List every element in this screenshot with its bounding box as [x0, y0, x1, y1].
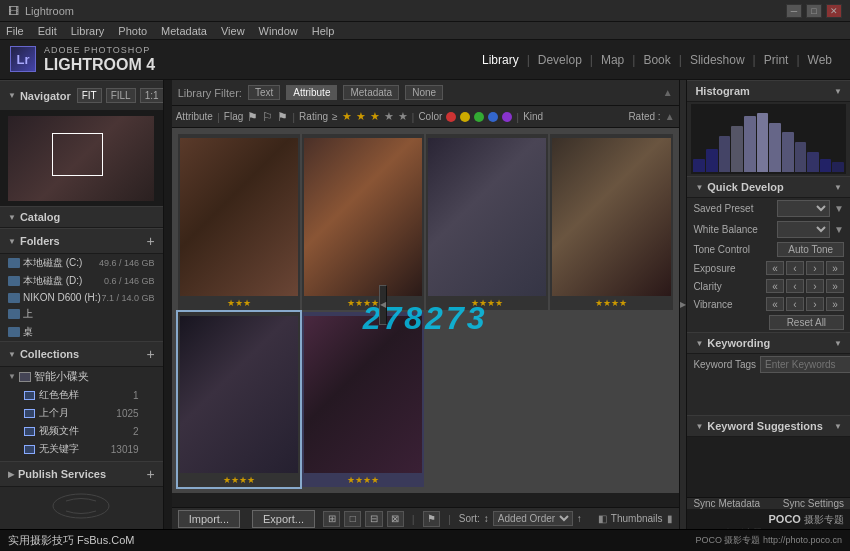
exposure-dbl-dec-btn[interactable]: «: [766, 261, 784, 275]
exposure-dbl-inc-btn[interactable]: »: [826, 261, 844, 275]
nav-fit-btn[interactable]: FIT: [77, 88, 102, 103]
filter-none-btn[interactable]: None: [405, 85, 443, 100]
photo-cell[interactable]: ★★★★: [178, 312, 300, 488]
attr-star4[interactable]: ★: [384, 110, 394, 123]
right-panel-toggle[interactable]: ▶: [679, 80, 687, 529]
vibrance-dbl-dec-btn[interactable]: «: [766, 297, 784, 311]
keyword-input[interactable]: [760, 356, 850, 373]
publish-services-header[interactable]: ▶ Publish Services +: [0, 461, 163, 487]
attr-flag-flagged[interactable]: ⚐: [262, 110, 273, 124]
folder-item[interactable]: 上: [0, 305, 163, 323]
module-print[interactable]: Print: [756, 53, 797, 67]
keyword-suggestions-header[interactable]: ▼ Keyword Suggestions ▼: [687, 415, 850, 437]
flag-button[interactable]: ⚑: [423, 511, 440, 527]
sync-settings-btn[interactable]: Sync Settings: [783, 498, 844, 509]
attr-star3[interactable]: ★: [370, 110, 380, 123]
nav-fill-btn[interactable]: FILL: [106, 88, 136, 103]
loupe-view-button[interactable]: □: [344, 511, 361, 527]
export-button[interactable]: Export...: [252, 510, 315, 528]
histogram-header[interactable]: Histogram ▼: [687, 80, 850, 102]
color-blue[interactable]: [488, 112, 498, 122]
color-green[interactable]: [474, 112, 484, 122]
survey-view-button[interactable]: ⊠: [387, 511, 404, 527]
thumb-large-icon[interactable]: ▮: [667, 513, 673, 524]
keywording-header[interactable]: ▼ Keywording ▼: [687, 332, 850, 354]
menu-view[interactable]: View: [221, 25, 245, 37]
exposure-dec-btn[interactable]: ‹: [786, 261, 804, 275]
filter-text-btn[interactable]: Text: [248, 85, 280, 100]
photo-cell[interactable]: ★★★★: [550, 134, 672, 310]
photo-cell[interactable]: ★★★★: [426, 134, 548, 310]
saved-preset-select[interactable]: [777, 200, 830, 217]
filter-metadata-btn[interactable]: Metadata: [343, 85, 399, 100]
clarity-dbl-inc-btn[interactable]: »: [826, 279, 844, 293]
menu-edit[interactable]: Edit: [38, 25, 57, 37]
photo-cell[interactable]: ★★★★: [302, 134, 424, 310]
quick-develop-header[interactable]: ▼ Quick Develop ▼: [687, 176, 850, 198]
module-develop[interactable]: Develop: [530, 53, 590, 67]
clarity-inc-btn[interactable]: ›: [806, 279, 824, 293]
menu-metadata[interactable]: Metadata: [161, 25, 207, 37]
folders-header[interactable]: ▼ Folders +: [0, 228, 163, 254]
sync-metadata-btn[interactable]: Sync Metadata: [693, 498, 760, 509]
minimize-button[interactable]: ─: [786, 4, 802, 18]
module-map[interactable]: Map: [593, 53, 632, 67]
folders-add-button[interactable]: +: [146, 233, 154, 249]
menu-window[interactable]: Window: [259, 25, 298, 37]
module-library[interactable]: Library: [474, 53, 527, 67]
module-slideshow[interactable]: Slideshow: [682, 53, 753, 67]
collection-item[interactable]: 无关键字 13019: [0, 440, 163, 458]
collection-item[interactable]: 视频文件 2: [0, 422, 163, 440]
thumb-small-icon[interactable]: ◧: [598, 513, 607, 524]
vibrance-dbl-inc-btn[interactable]: »: [826, 297, 844, 311]
photo-cell[interactable]: ★★★★: [302, 312, 424, 488]
attr-flag-all[interactable]: ⚑: [247, 110, 258, 124]
menu-photo[interactable]: Photo: [118, 25, 147, 37]
vibrance-inc-btn[interactable]: ›: [806, 297, 824, 311]
color-purple[interactable]: [502, 112, 512, 122]
nav-1to1-btn[interactable]: 1:1: [140, 88, 164, 103]
folder-item[interactable]: 桌: [0, 323, 163, 341]
maximize-button[interactable]: □: [806, 4, 822, 18]
clarity-dec-btn[interactable]: ‹: [786, 279, 804, 293]
collection-group[interactable]: ▼ 智能小碟夹: [0, 367, 163, 386]
sort-asc-icon[interactable]: ↑: [577, 513, 582, 524]
filter-attribute-btn[interactable]: Attribute: [286, 85, 337, 100]
sort-direction-icon[interactable]: ↕: [484, 513, 489, 524]
left-panel-toggle[interactable]: ◀: [379, 285, 387, 325]
auto-tone-button[interactable]: Auto Tone: [777, 242, 844, 257]
navigator-header[interactable]: ▼ Navigator FIT FILL 1:1 1:4: [0, 80, 163, 111]
attr-star5[interactable]: ★: [398, 110, 408, 123]
clarity-dbl-dec-btn[interactable]: «: [766, 279, 784, 293]
close-button[interactable]: ✕: [826, 4, 842, 18]
folder-item[interactable]: 本地磁盘 (D:) 0.6 / 146 GB: [0, 272, 163, 290]
photo-grid[interactable]: ★★★ ★★★★ ★★★★ ★★★★: [172, 128, 679, 493]
exposure-inc-btn[interactable]: ›: [806, 261, 824, 275]
publish-add-button[interactable]: +: [146, 466, 154, 482]
catalog-header[interactable]: ▼ Catalog: [0, 206, 163, 228]
navigator-preview[interactable]: [0, 111, 163, 206]
sort-select[interactable]: Added Order: [493, 511, 573, 526]
menu-library[interactable]: Library: [71, 25, 105, 37]
attr-flag-rejected[interactable]: ⚑: [277, 110, 288, 124]
collection-item[interactable]: 上个月 1025: [0, 404, 163, 422]
collection-item[interactable]: 红色色样 1: [0, 386, 163, 404]
attr-star2[interactable]: ★: [356, 110, 366, 123]
grid-view-button[interactable]: ⊞: [323, 511, 340, 527]
white-balance-select[interactable]: [777, 221, 830, 238]
color-yellow[interactable]: [460, 112, 470, 122]
menu-help[interactable]: Help: [312, 25, 335, 37]
import-button[interactable]: Import...: [178, 510, 240, 528]
attr-star1[interactable]: ★: [342, 110, 352, 123]
compare-view-button[interactable]: ⊟: [365, 511, 382, 527]
collections-add-button[interactable]: +: [146, 346, 154, 362]
module-web[interactable]: Web: [800, 53, 840, 67]
reset-all-button[interactable]: Reset All: [769, 315, 844, 330]
photo-cell[interactable]: ★★★: [178, 134, 300, 310]
folder-item[interactable]: NIKON D600 (H:) 7.1 / 14.0 GB: [0, 290, 163, 305]
color-red[interactable]: [446, 112, 456, 122]
vibrance-dec-btn[interactable]: ‹: [786, 297, 804, 311]
folder-item[interactable]: 本地磁盘 (C:) 49.6 / 146 GB: [0, 254, 163, 272]
menu-file[interactable]: File: [6, 25, 24, 37]
module-book[interactable]: Book: [635, 53, 678, 67]
